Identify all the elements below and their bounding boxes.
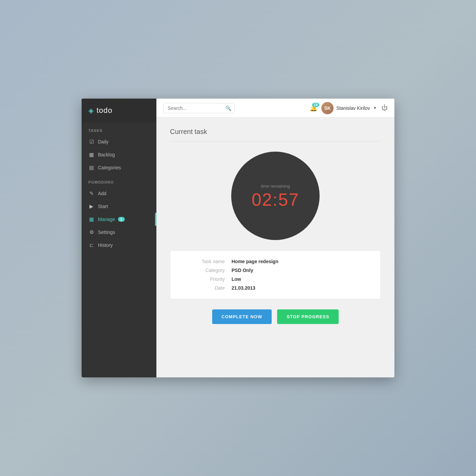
sidebar-item-manage[interactable]: ▦ Manage 1 (82, 213, 156, 226)
sidebar-item-categories[interactable]: ▤ Categories (82, 161, 156, 174)
daily-icon: ☑ (88, 139, 95, 145)
sidebar-item-label: History (98, 242, 113, 248)
user-info[interactable]: SK Stanislav Kirilov ▾ (321, 102, 376, 114)
priority-label: Priority (184, 276, 225, 282)
notification-button[interactable]: 🔔 14 (310, 104, 317, 112)
start-icon: ▶ (88, 203, 95, 209)
sidebar-item-label: Manage (98, 217, 115, 222)
sidebar-item-label: Add (98, 191, 106, 196)
search-box[interactable]: 🔍 (163, 103, 235, 113)
sidebar-item-add[interactable]: ✎ Add (82, 187, 156, 200)
date-value: 21.03.2013 (232, 285, 255, 291)
app-window: ◈ todo TASKS ☑ Daily ▦ Backlog ▤ Categor… (82, 99, 394, 377)
sidebar-item-label: Categories (98, 165, 121, 170)
sidebar-item-history[interactable]: ⊏ History (82, 239, 156, 252)
power-button[interactable]: ⏻ (381, 104, 388, 112)
task-info-row-name: Task name Home page redesign (184, 259, 367, 264)
pomodoro-section-label: POMODORO (82, 174, 156, 187)
timer-circle: time remaining 02:57 (231, 152, 320, 240)
timer-label: time remaining (261, 184, 290, 189)
timer-display: time remaining 02:57 (231, 152, 320, 240)
settings-icon: ⚙ (88, 229, 95, 235)
logo-icon: ◈ (88, 106, 94, 115)
avatar: SK (321, 102, 334, 114)
search-icon: 🔍 (225, 105, 231, 111)
task-info-row-priority: Priority Low (184, 276, 367, 282)
task-name-value: Home page redesign (232, 259, 278, 264)
history-icon: ⊏ (88, 242, 95, 248)
header: 🔍 🔔 14 SK Stanislav Kirilov ▾ ⏻ (156, 99, 394, 118)
category-value: PSD Only (232, 268, 253, 273)
action-buttons: COMPLETE NOW STOP PROGRESS (170, 309, 381, 324)
task-name-label: Task name (184, 259, 225, 264)
sidebar-item-settings[interactable]: ⚙ Settings (82, 226, 156, 239)
priority-value: Low (232, 276, 241, 282)
category-label: Category (184, 268, 225, 273)
page-title: Current task (170, 128, 381, 141)
add-icon: ✎ (88, 190, 95, 197)
sidebar-item-label: Daily (98, 139, 108, 144)
sidebar-item-start[interactable]: ▶ Start (82, 200, 156, 213)
manage-icon: ▦ (88, 216, 95, 222)
sidebar-item-daily[interactable]: ☑ Daily (82, 135, 156, 148)
tasks-section-label: TASKS (82, 122, 156, 135)
backlog-icon: ▦ (88, 152, 95, 158)
task-info-row-date: Date 21.03.2013 (184, 285, 367, 291)
sidebar-item-label: Backlog (98, 152, 115, 157)
user-name: Stanislav Kirilov (336, 105, 370, 111)
complete-now-button[interactable]: COMPLETE NOW (212, 309, 272, 324)
header-right: 🔔 14 SK Stanislav Kirilov ▾ ⏻ (310, 102, 388, 114)
categories-icon: ▤ (88, 165, 95, 171)
manage-badge: 1 (118, 217, 125, 222)
sidebar-item-label: Start (98, 204, 108, 209)
app-logo: ◈ todo (82, 99, 156, 122)
notification-badge: 14 (312, 103, 319, 107)
search-input[interactable] (168, 105, 225, 111)
dropdown-arrow-icon: ▾ (374, 106, 376, 110)
sidebar-item-label: Settings (98, 230, 115, 235)
timer-time: 02:57 (252, 191, 299, 208)
logo-text: todo (97, 106, 113, 115)
task-info-row-category: Category PSD Only (184, 268, 367, 273)
date-label: Date (184, 285, 225, 291)
stop-progress-button[interactable]: STOP PROGRESS (277, 309, 339, 324)
timer-section: time remaining 02:57 (170, 152, 381, 240)
main-content: Current task (156, 118, 394, 377)
sidebar-item-backlog[interactable]: ▦ Backlog (82, 148, 156, 161)
sidebar: ◈ todo TASKS ☑ Daily ▦ Backlog ▤ Categor… (82, 99, 156, 377)
task-info-card: Task name Home page redesign Category PS… (170, 250, 381, 299)
